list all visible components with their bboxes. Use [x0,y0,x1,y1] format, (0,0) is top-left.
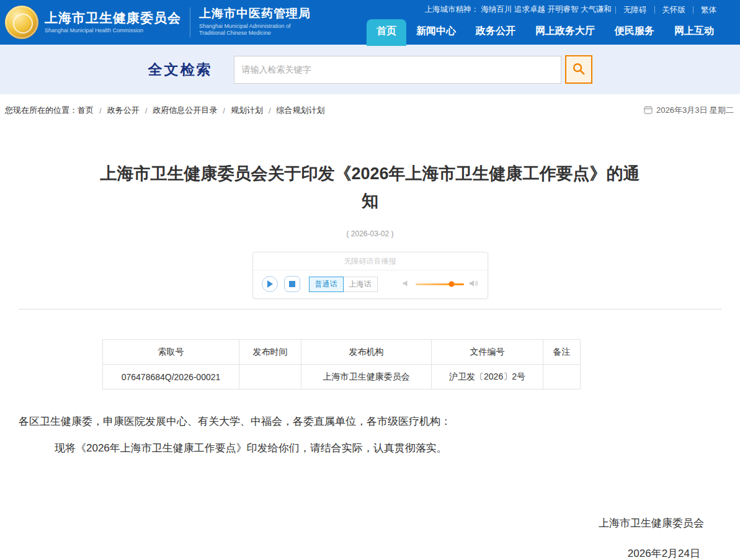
page-date: 2026年3月3日 星期二 [644,105,734,116]
org-secondary-title: 上海市中医药管理局 [199,7,311,20]
article-content: 上海市卫生健康委员会关于印发《2026年上海市卫生健康工作要点》的通知 ( 20… [0,160,740,560]
org-secondary-subtitle: Shanghai Municipal Administration of Tra… [199,23,311,37]
search-button[interactable] [565,55,592,84]
language-shanghainese-button[interactable]: 上海话 [344,277,378,292]
cell-publish-time [239,365,301,389]
col-header-remarks: 备注 [543,340,581,365]
org-primary-title: 上海市卫生健康委员会 [45,11,181,25]
table-row: 076478684Q/2026-00021 上海市卫生健康委员会 沪卫发〔202… [103,365,581,389]
audio-player-title: 无障碍语音播报 [253,252,488,270]
breadcrumb-row: 您现在所在的位置： 首页/ 政务公开/ 政府信息公开目录/ 规划计划/ 综合规划… [0,94,740,124]
org-primary-subtitle: Shanghai Municipal Health Commission [45,27,181,34]
audio-stop-button[interactable] [284,276,300,292]
breadcrumb-prefix: 您现在所在的位置： [5,105,78,116]
site-brand: 上海市卫生健康委员会 Shanghai Municipal Health Com… [5,0,311,45]
breadcrumb: 您现在所在的位置： 首页/ 政务公开/ 政府信息公开目录/ 规划计划/ 综合规划… [5,105,325,116]
volume-control [403,278,479,290]
language-mandarin-button[interactable]: 普通话 [309,277,344,292]
org-secondary: 上海市中医药管理局 Shanghai Municipal Administrat… [190,7,311,37]
cell-issuing-agency: 上海市卫生健康委员会 [301,365,432,389]
nav-item-gov-affairs[interactable]: 政务公开 [466,19,525,43]
search-input[interactable] [234,56,561,84]
cell-remarks [543,365,581,389]
nav-item-online-hall[interactable]: 网上政务大厅 [525,19,605,43]
document-meta-table: 索取号 发布时间 发布机构 文件编号 备注 076478684Q/2026-00… [102,339,581,389]
section-divider [19,309,721,309]
speaker-mute-icon [403,278,411,290]
signature-date: 2026年2月24日 [19,546,721,560]
search-icon [572,62,586,78]
search-label: 全文检索 [148,60,213,79]
nav-item-interaction[interactable]: 网上互动 [664,19,724,43]
site-header: 上海市卫生健康委员会 Shanghai Municipal Health Com… [0,0,740,45]
article-paragraph-body: 现将《2026年上海市卫生健康工作要点》印发给你们，请结合实际，认真贯彻落实。 [19,440,721,456]
nav-item-news[interactable]: 新闻中心 [406,19,466,43]
breadcrumb-info-catalog[interactable]: 政府信息公开目录 [153,105,217,116]
traditional-chinese-link[interactable]: 繁体 [693,6,724,14]
calendar-icon [644,105,653,116]
speaker-loud-icon [469,278,479,290]
article-pub-date: ( 2026-03-02 ) [19,229,721,238]
cell-index-number: 076478684Q/2026-00021 [103,365,239,389]
col-header-issuing-agency: 发布机构 [301,340,432,365]
main-nav: 首页 新闻中心 政务公开 网上政务大厅 便民服务 网上互动 [367,19,724,43]
signature-org: 上海市卫生健康委员会 [19,516,721,530]
breadcrumb-home[interactable]: 首页 [78,105,94,116]
col-header-index-number: 索取号 [103,340,239,365]
accessibility-link[interactable]: 无障碍 [615,6,654,14]
breadcrumb-gov-affairs[interactable]: 政务公开 [107,105,140,116]
page-date-text: 2026年3月3日 星期二 [656,105,734,116]
org-primary: 上海市卫生健康委员会 Shanghai Municipal Health Com… [45,11,181,34]
nav-item-home[interactable]: 首页 [367,19,406,46]
cell-document-number: 沪卫发〔2026〕2号 [432,365,543,389]
article-title: 上海市卫生健康委员会关于印发《2026年上海市卫生健康工作要点》的通知 [97,160,643,215]
utility-row: 上海城市精神： 海纳百川 追求卓越 开明睿智 大气谦和 无障碍 关怀版 繁体 [425,4,724,15]
care-version-link[interactable]: 关怀版 [654,6,693,14]
play-icon [267,280,273,288]
audio-player: 无障碍语音播报 普通话 上海话 [252,252,488,299]
search-band: 全文检索 [0,45,740,94]
nav-item-public-services[interactable]: 便民服务 [605,19,664,43]
audio-language-toggle: 普通话 上海话 [309,277,378,292]
article-paragraph-recipients: 各区卫生健康委，申康医院发展中心、有关大学、中福会，各委直属单位，各市级医疗机构… [19,413,721,430]
col-header-publish-time: 发布时间 [239,340,301,365]
col-header-document-number: 文件编号 [432,340,543,365]
audio-play-button[interactable] [262,276,278,292]
volume-slider[interactable] [416,283,464,285]
volume-slider-handle[interactable] [449,282,455,287]
city-spirit-text: 上海城市精神： 海纳百川 追求卓越 开明睿智 大气谦和 [425,4,612,15]
stop-icon [289,281,295,287]
table-header-row: 索取号 发布时间 发布机构 文件编号 备注 [103,340,581,365]
breadcrumb-planning[interactable]: 规划计划 [231,105,263,116]
site-logo-icon [5,6,38,39]
breadcrumb-comprehensive-planning[interactable]: 综合规划计划 [277,105,325,116]
